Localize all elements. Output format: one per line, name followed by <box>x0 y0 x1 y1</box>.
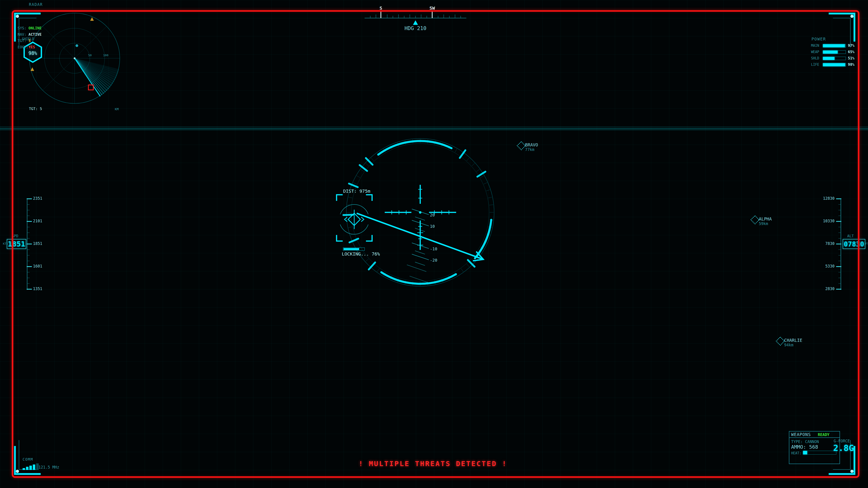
compass-cardinal-label: SW <box>428 6 437 10</box>
altitude-unit: FT <box>865 242 868 245</box>
threat-warning-banner: ! MULTIPLE THREATS DETECTED ! <box>359 459 507 468</box>
radar-title: RADAR <box>29 3 43 6</box>
compass-cardinal-label: S <box>376 6 385 10</box>
red-alert-frame <box>12 10 860 478</box>
hud-screen: RADAR SYS:ONLINENAV:ACTIVETGT:5LOCK:YES … <box>0 0 868 488</box>
